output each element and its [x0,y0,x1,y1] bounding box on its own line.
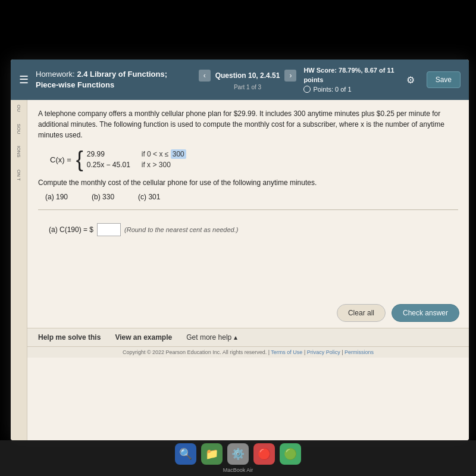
answer-part-label: (a) C(190) = $ [49,226,93,234]
help-me-solve-link[interactable]: Help me solve this [38,333,101,342]
cx-label: C(x) = [50,155,71,164]
privacy-link[interactable]: Privacy Policy [307,349,340,355]
brace-container: { 29.99 if 0 < x ≤ 300 0.25x − 45.01 [76,149,186,170]
question-label: Question 10, 2.4.51 [215,71,280,80]
formula-value-1: 29.99 [87,150,134,158]
formula-condition-1: if 0 < x ≤ 300 [142,150,186,158]
taskbar-icon-1[interactable]: 🔍 [175,443,196,465]
formula-cases: 29.99 if 0 < x ≤ 300 0.25x − 45.01 if x … [87,150,186,169]
sidebar-label-2: sou [16,124,21,134]
answer-input[interactable] [97,223,121,236]
sidebar-label: ou [16,105,21,112]
open-brace: { [76,149,83,170]
homework-title: Homework: 2.4 Library of Functions; Piec… [36,69,192,90]
get-more-help-link[interactable]: Get more help ▴ [186,333,237,342]
part-c: (c) 301 [138,193,160,201]
score-section: HW Score: 78.79%, 8.67 of 11 points Poin… [303,67,394,93]
settings-icon[interactable]: ⚙ [406,74,415,86]
header: ☰ Homework: 2.4 Library of Functions; Pi… [11,60,469,100]
terms-link[interactable]: Terms of Use [271,349,302,355]
formula-row-1: 29.99 if 0 < x ≤ 300 [87,150,186,158]
question-description: A telephone company offers a monthly cel… [38,108,458,140]
question-part: Part 1 of 3 [234,84,261,90]
highlighted-300: 300 [171,149,186,159]
homework-label: Homework: [36,70,75,79]
sidebar-label-4: on T [16,170,21,181]
answer-row: (a) C(190) = $ (Round to the nearest cen… [49,223,447,236]
points-circle-icon [303,86,311,93]
parts-row: (a) 190 (b) 330 (c) 301 [38,193,458,201]
prev-question-button[interactable]: ‹ [199,70,211,82]
taskbar-icon-2[interactable]: 📁 [201,443,223,465]
formula-row-2: 0.25x − 45.01 if x > 300 [87,161,186,169]
view-example-link[interactable]: View an example [115,333,172,342]
menu-icon[interactable]: ☰ [19,73,29,86]
compute-text: Compute the monthly cost of the cellular… [38,178,458,187]
taskbar: 🔍 📁 ⚙️ 🔴 🟢 MacBook Air [0,440,476,476]
check-answer-button[interactable]: Check answer [392,304,459,322]
next-question-button[interactable]: › [284,70,296,82]
points-value: Points: 0 of 1 [313,86,351,93]
taskbar-icon-4[interactable]: 🔴 [253,443,275,465]
part-b: (b) 330 [92,193,114,201]
formula-value-2: 0.25x − 45.01 [87,161,134,169]
footer: Copyright © 2022 Pearson Education Inc. … [27,346,469,358]
part-a: (a) 190 [45,193,68,201]
question-nav: ‹ Question 10, 2.4.51 › Part 1 of 3 [199,70,297,90]
formula-block: C(x) = { 29.99 if 0 < x ≤ 300 [38,149,458,170]
formula-condition-2: if x > 300 [142,161,171,169]
points-row: Points: 0 of 1 [303,86,351,93]
hw-score: HW Score: 78.79%, 8.67 of 11 [303,67,394,74]
clear-all-button[interactable]: Clear all [337,304,386,322]
answer-note: (Round to the nearest cent as needed.) [124,226,238,233]
help-row: Help me solve this View an example Get m… [27,328,469,346]
left-sidebar: ou sou ions on T [11,100,27,440]
section-divider [38,209,458,210]
button-row: Clear all Check answer [27,298,469,328]
permissions-link[interactable]: Permissions [345,349,374,355]
copyright-text: Copyright © 2022 Pearson Education Inc. … [123,349,267,355]
score-points-label: points [303,76,323,83]
main-content: A telephone company offers a monthly cel… [27,100,469,440]
question-area: A telephone company offers a monthly cel… [27,100,469,250]
sidebar-label-3: ions [16,146,21,158]
save-button[interactable]: Save [427,71,461,88]
taskbar-icon-3[interactable]: ⚙️ [227,443,249,465]
taskbar-icons: 🔍 📁 ⚙️ 🔴 🟢 [175,443,301,465]
taskbar-label: MacBook Air [223,467,253,473]
taskbar-icon-5[interactable]: 🟢 [280,443,301,465]
answer-area: (a) C(190) = $ (Round to the nearest cen… [38,215,458,245]
